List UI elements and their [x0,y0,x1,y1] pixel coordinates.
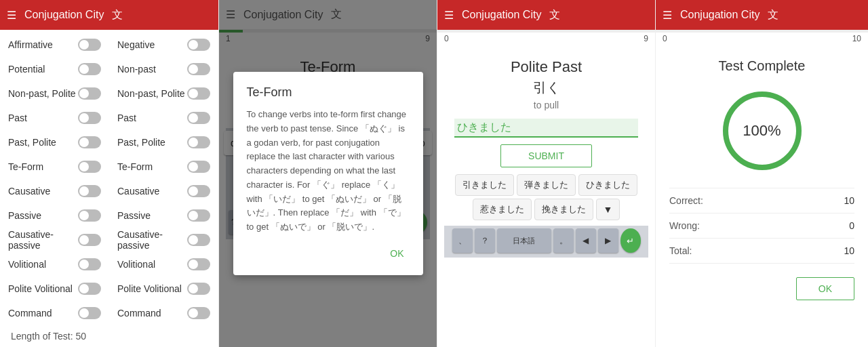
jp-key-space[interactable]: 日本語 [497,228,551,253]
percent-text: 100% [743,122,781,140]
panel-polite-past: ☰ Conjugation City 文 0 9 Polite Past 引く … [437,0,655,347]
toggle-switch[interactable] [78,161,101,173]
toggle-switch[interactable] [187,39,210,51]
toggle-switch[interactable] [78,209,101,222]
choice-button[interactable]: 弾きました [517,174,576,196]
jp-keyboard-p3: 、 ？ 日本語 。 ◀ ▶ ↵ [444,226,648,258]
toggle-label: Past, Polite [8,137,78,148]
toggle-label: Volitional [117,259,187,270]
choice-button[interactable]: 挽きました [534,199,593,220]
toggle-label: Passive [8,210,78,221]
jp-key-comma[interactable]: 、 [452,228,473,253]
toggle-switch[interactable] [78,185,101,197]
toggle-switch[interactable] [187,87,210,100]
toggle-switch[interactable] [187,209,210,222]
toggle-label: Causative-passive [8,229,78,251]
choice-button[interactable]: ひきました [578,174,637,196]
dialog-overlay[interactable]: Te-Form To change verbs into te-form fir… [219,0,437,347]
toggle-label: Causative-passive [117,229,187,251]
panel3-title: Conjugation City [462,9,541,21]
choices-p3: 引きました弾きましたひきました惹きました挽きました▼ [444,174,648,220]
lang-icon-p4[interactable]: 文 [768,8,778,22]
menu-icon[interactable]: ☰ [7,9,16,22]
toggle-switch[interactable] [187,185,210,197]
panel1-title: Conjugation City [24,9,104,21]
more-choices-button[interactable]: ▼ [596,199,620,220]
toggle-switch[interactable] [187,283,210,295]
total-value: 10 [844,245,854,256]
footer-length: Length of Test: 50 [0,325,218,347]
toggle-switch[interactable] [187,63,210,75]
results-table: Correct: 10 Wrong: 0 Total: 10 [669,188,854,264]
progress-circle: 100% [722,90,803,171]
lang-icon-p3[interactable]: 文 [549,8,560,22]
toggle-row-right: Volitional [109,252,218,277]
toggle-row-right: Non-past [109,57,218,81]
submit-button-p3[interactable]: SUBMIT [500,144,592,167]
dialog-ok-button[interactable]: OK [384,245,409,262]
toggle-switch[interactable] [78,39,101,51]
toggle-switch[interactable] [187,136,210,148]
toggle-switch[interactable] [187,307,210,319]
ok-button-p4[interactable]: OK [796,277,854,300]
toggle-row-right: Causative-passive [109,228,218,252]
toggle-label: Polite Volitional [117,283,187,294]
correct-row: Correct: 10 [669,188,854,213]
score-row-p3: 0 9 [437,33,655,45]
toggle-list: Affirmative Potential Non-past, Polite P… [0,30,218,325]
toggle-switch[interactable] [78,87,101,100]
toggle-switch[interactable] [187,161,210,173]
toggle-switch[interactable] [78,283,101,295]
menu-icon-p3[interactable]: ☰ [444,9,454,22]
jp-key-enter[interactable]: ↵ [620,228,641,253]
toggle-row-right: Passive [109,203,218,228]
answer-input-p3[interactable] [454,119,638,138]
toggle-switch[interactable] [78,136,101,148]
toggle-label: Command [117,308,187,319]
menu-icon-p4[interactable]: ☰ [663,9,672,22]
toggle-label: Te-Form [117,161,187,172]
toggle-switch[interactable] [78,258,101,270]
toggle-label: Non-past, Polite [8,88,78,99]
jp-key-q[interactable]: ？ [475,228,495,253]
panel-test-complete: ☰ Conjugation City 文 0 10 Test Complete … [655,0,868,347]
panel-te-form: ☰ Conjugation City 文 1 9 Te-Form 脱ぐ qwer… [218,0,437,347]
wrong-value: 0 [849,220,854,231]
toggle-switch[interactable] [78,63,101,75]
toggle-switch[interactable] [78,307,101,319]
toggle-switch[interactable] [187,258,210,270]
panel4-title: Conjugation City [680,9,760,21]
toggle-columns: Affirmative Potential Non-past, Polite P… [0,33,218,325]
score-p3: 0 [444,34,449,43]
toggle-row-right: Command [109,301,218,325]
toggle-label: Command [8,308,78,319]
toggle-switch[interactable] [187,112,210,124]
max-score-p3: 9 [644,34,648,43]
toggle-switch[interactable] [78,112,101,124]
toggle-label: Volitional [8,259,78,270]
toggle-row-left: Past, Polite [0,130,109,155]
choice-button[interactable]: 惹きました [473,199,532,220]
toggle-switch[interactable] [78,234,101,246]
toggle-label: Past, Polite [117,137,187,148]
toggle-label: Causative [117,186,187,197]
jp-key-prev[interactable]: ◀ [576,228,596,253]
jp-key-next[interactable]: ▶ [598,228,618,253]
wrong-row: Wrong: 0 [669,213,854,239]
toggle-row-left: Affirmative [0,33,109,57]
toggle-row-right: Polite Volitional [109,277,218,301]
left-column: Affirmative Potential Non-past, Polite P… [0,33,109,325]
toggle-label: Affirmative [8,39,78,50]
total-label: Total: [669,245,692,256]
dialog-title: Te-Form [247,85,410,100]
lang-icon[interactable]: 文 [112,8,123,22]
choice-button[interactable]: 引きました [455,174,514,196]
toggle-label: Past [117,113,187,123]
toggle-label: Passive [117,210,187,221]
jp-key-dot[interactable]: 。 [553,228,574,253]
toggle-row-left: Polite Volitional [0,277,109,301]
toggle-label: Non-past, Polite [117,88,187,99]
max-score-p4: 10 [852,34,861,43]
dialog: Te-Form To change verbs into te-form fir… [233,72,423,275]
toggle-switch[interactable] [187,234,210,246]
